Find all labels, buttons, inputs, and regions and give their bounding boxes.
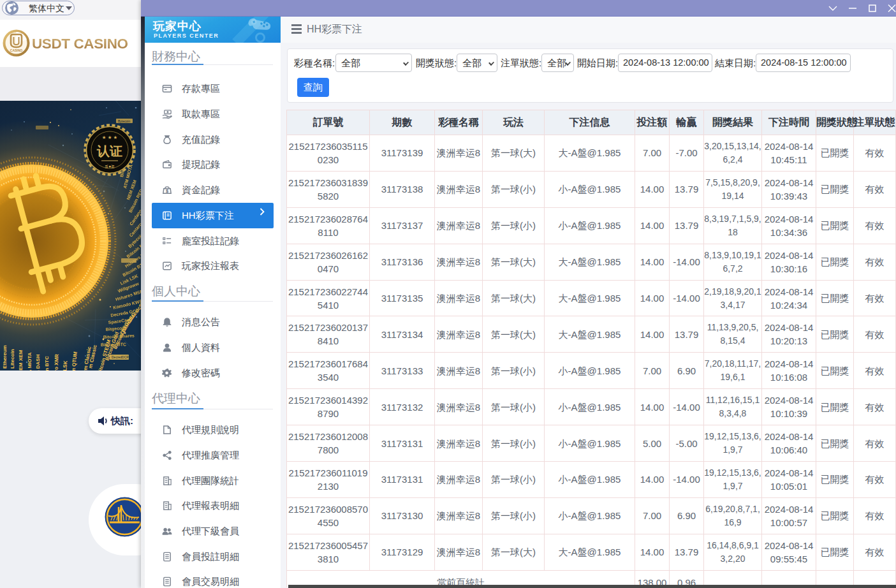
svg-text:$: $: [166, 189, 168, 193]
svg-text:DecredDCR: DecredDCR: [112, 355, 129, 359]
svg-text:CASINO: CASINO: [10, 48, 23, 52]
svg-text:★ ★ ★: ★ ★ ★: [102, 135, 118, 140]
svg-text:认证: 认证: [96, 144, 122, 158]
svg-text:Ethereum: Ethereum: [2, 345, 8, 369]
svg-text:Lisk LSK: Lisk LSK: [61, 360, 68, 371]
svg-text:Dash DASH: Dash DASH: [35, 354, 41, 371]
svg-text:≦●≧: ≦●≧: [105, 164, 115, 168]
svg-text:IOTA MIOTA: IOTA MIOTA: [27, 352, 33, 371]
svg-text:Bytecoin: Bytecoin: [118, 119, 130, 123]
svg-text:Litecoin: Litecoin: [10, 349, 15, 369]
svg-text:NEM XEM: NEM XEM: [18, 349, 24, 371]
svg-text:Bitcoin BTC: Bitcoin BTC: [44, 356, 50, 371]
svg-text:Monero XMR: Monero XMR: [53, 354, 60, 371]
svg-text:Bitcoin BTC: Bitcoin BTC: [101, 342, 126, 347]
